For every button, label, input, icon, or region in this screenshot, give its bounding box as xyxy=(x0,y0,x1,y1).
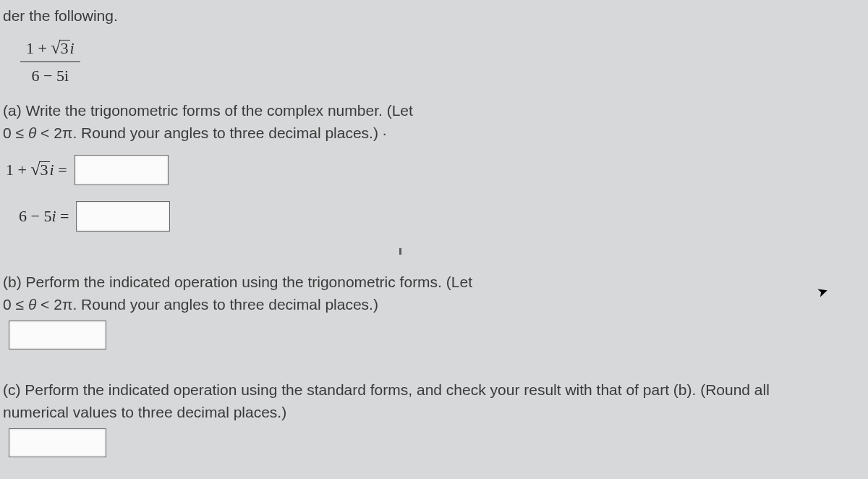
eq2-equals: = xyxy=(56,207,69,225)
part-c-line1: (c) Perform the indicated operation usin… xyxy=(3,378,856,402)
eq1-radicand: 3 xyxy=(39,161,50,178)
part-b: (b) Perform the indicated operation usin… xyxy=(3,271,856,316)
fraction-numerator: 1 + √3i xyxy=(20,36,80,62)
eq2-lhs: 6 − 5i = xyxy=(19,204,69,228)
answer-input-a1[interactable] xyxy=(75,155,169,185)
part-a-line1: (a) Write the trigonometric forms of the… xyxy=(3,99,856,122)
eq1-sqrt: √3 xyxy=(30,161,49,178)
sqrt-group: √3 xyxy=(51,40,69,56)
part-a: (a) Write the trigonometric forms of the… xyxy=(3,99,856,145)
given-fraction: 1 + √3i 6 − 5i xyxy=(20,36,80,88)
imaginary-i: i xyxy=(70,39,75,57)
part-a-range-prefix: 0 ≤ xyxy=(3,124,28,141)
fraction-denominator: 6 − 5i xyxy=(20,62,80,88)
eq2-prefix: 6 − 5 xyxy=(19,207,51,225)
answer-input-a2[interactable] xyxy=(76,201,170,232)
answer-input-c[interactable] xyxy=(9,428,106,457)
answer-input-b[interactable] xyxy=(9,321,106,349)
part-a-line2: 0 ≤ θ < 2π. Round your angles to three d… xyxy=(3,122,856,145)
radicand: 3 xyxy=(59,40,70,56)
eq1-equals: = xyxy=(54,161,67,179)
equation-1: 1 + √3i = xyxy=(6,155,858,185)
part-c-line2: numerical values to three decimal places… xyxy=(3,401,856,424)
theta-symbol: θ xyxy=(28,124,36,141)
part-c: (c) Perform the indicated operation usin… xyxy=(3,378,856,424)
eq1-prefix: 1 + xyxy=(6,161,30,179)
part-b-range-suffix: < 2π. Round your angles to three decimal… xyxy=(36,296,378,313)
intro-text: der the following. xyxy=(3,4,858,27)
spacer xyxy=(3,349,858,374)
eq1-lhs: 1 + √3i = xyxy=(6,158,67,182)
part-b-line2: 0 ≤ θ < 2π. Round your angles to three d… xyxy=(3,293,856,316)
part-a-range-suffix: < 2π. Round your angles to three decimal… xyxy=(36,124,386,141)
part-b-line1: (b) Perform the indicated operation usin… xyxy=(3,271,856,294)
num-prefix: 1 + xyxy=(26,39,51,57)
spacer xyxy=(3,242,858,266)
stray-mark xyxy=(399,248,401,255)
part-b-range-prefix: 0 ≤ xyxy=(3,296,28,313)
equation-2: 6 − 5i = xyxy=(19,201,858,232)
theta-symbol: θ xyxy=(28,296,36,313)
